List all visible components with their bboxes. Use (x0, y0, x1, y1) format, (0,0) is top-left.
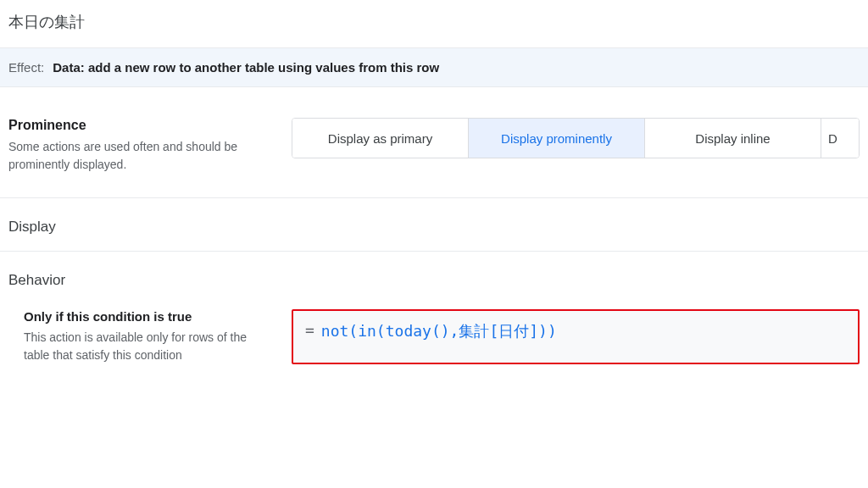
seg-display-primary[interactable]: Display as primary (292, 119, 469, 158)
page-title: 本日の集計 (0, 0, 868, 47)
condition-title: Only if this condition is true (24, 309, 271, 324)
prominence-info: Prominence Some actions are used often a… (8, 118, 271, 174)
condition-desc: This action is available only for rows o… (24, 329, 271, 364)
seg-display-truncated[interactable]: D (821, 119, 859, 158)
prominence-heading: Prominence (8, 118, 271, 133)
behavior-section: Behavior Only if this condition is true … (0, 252, 868, 364)
expression-text: not(in(today(),集計[日付])) (321, 321, 557, 341)
condition-expression-input[interactable]: = not(in(today(),集計[日付])) (292, 309, 860, 364)
equals-sign: = (305, 321, 314, 339)
behavior-heading: Behavior (8, 272, 860, 289)
effect-bar: Effect: Data: add a new row to another t… (0, 47, 868, 87)
seg-display-inline[interactable]: Display inline (645, 119, 821, 158)
effect-value: Data: add a new row to another table usi… (53, 60, 439, 75)
condition-row: Only if this condition is true This acti… (8, 309, 860, 364)
condition-info: Only if this condition is true This acti… (24, 309, 271, 364)
effect-label: Effect: (8, 60, 44, 75)
display-heading: Display (8, 219, 860, 236)
seg-display-prominently[interactable]: Display prominently (469, 119, 645, 158)
prominence-segmented: Display as primary Display prominently D… (292, 118, 860, 158)
prominence-section: Prominence Some actions are used often a… (0, 87, 868, 198)
display-section[interactable]: Display (0, 198, 868, 252)
prominence-desc: Some actions are used often and should b… (8, 138, 271, 174)
